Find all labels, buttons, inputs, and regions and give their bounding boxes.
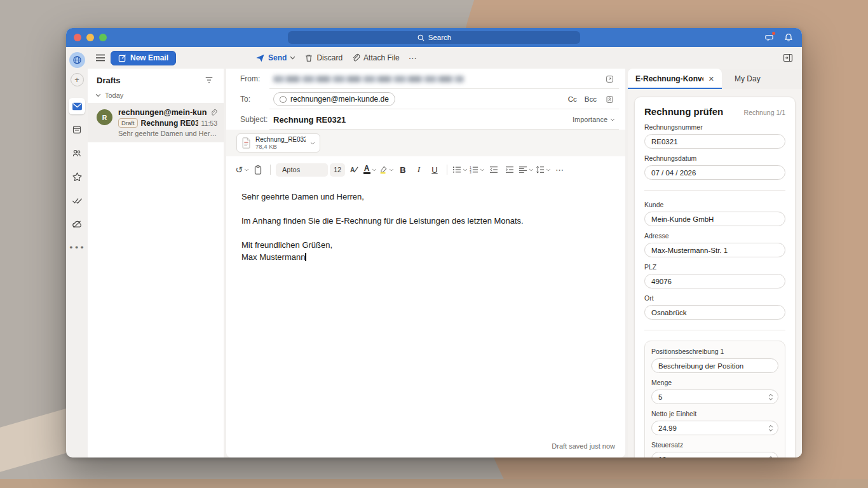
email-body-editor[interactable]: Sehr geehrte Damen und Herren, Im Anhang… xyxy=(226,183,625,458)
subject-value[interactable]: Rechnung RE0321 xyxy=(273,115,346,125)
search-input[interactable]: Search xyxy=(288,31,580,44)
format-painter-icon[interactable]: A xyxy=(347,162,361,177)
send-button[interactable]: Send xyxy=(252,50,299,65)
bcc-button[interactable]: Bcc xyxy=(585,95,597,103)
recipient-chip[interactable]: rechnungen@mein-kunde.de xyxy=(273,92,395,106)
attachment-indicator-icon xyxy=(210,109,217,117)
numbered-list-icon[interactable]: 1 2 3 xyxy=(470,162,485,177)
side-panel-toggle-icon[interactable] xyxy=(780,50,796,65)
sender-avatar: R xyxy=(97,109,112,125)
cloud-icon xyxy=(72,219,83,229)
desktop-bottom-strip xyxy=(0,479,868,488)
trash-icon xyxy=(304,53,313,63)
bold-icon[interactable]: B xyxy=(396,162,410,177)
sidebar-item-tasks[interactable] xyxy=(69,192,85,208)
new-email-button[interactable]: New Email xyxy=(111,51,176,65)
decrease-indent-icon[interactable] xyxy=(487,162,501,177)
text-cursor xyxy=(305,253,306,261)
search-label: Search xyxy=(428,34,451,41)
popout-icon[interactable] xyxy=(604,74,615,85)
cc-button[interactable]: Cc xyxy=(568,95,577,103)
paste-clipboard-icon[interactable] xyxy=(251,162,265,177)
send-label: Send xyxy=(268,53,287,62)
draft-time: 11:53 xyxy=(201,119,218,127)
tab-e-rechnung-konverter[interactable]: E-Rechnung-Konver... ✕ xyxy=(628,69,722,89)
sidebar-item-starred[interactable] xyxy=(69,168,85,185)
font-color-icon[interactable]: A xyxy=(363,162,377,177)
svg-text:A: A xyxy=(349,166,355,173)
draft-preview: Sehr geehrte Damen und Herren, Im A... xyxy=(118,130,217,137)
today-group-header[interactable]: Today xyxy=(88,89,224,103)
feedback-icon[interactable] xyxy=(764,32,775,43)
sidebar-item-cloud[interactable] xyxy=(69,215,85,232)
draft-saved-status: Draft saved just now xyxy=(552,442,615,450)
ort-input[interactable] xyxy=(644,305,785,320)
draft-subject: Rechnung RE0321 xyxy=(141,119,198,128)
filter-icon[interactable] xyxy=(203,75,215,85)
sidebar-item-people[interactable] xyxy=(69,145,85,161)
attachment-band: Rechnung_RE0321.p... 78,4 KB xyxy=(226,130,625,156)
menge-input[interactable] xyxy=(651,390,778,404)
recipient-presence-icon xyxy=(280,96,287,103)
new-email-label: New Email xyxy=(130,53,168,62)
sidebar-item-calendar[interactable] xyxy=(69,121,85,138)
steuersatz-stepper[interactable] xyxy=(651,452,778,458)
account-globe-icon[interactable] xyxy=(69,52,85,68)
notification-dot xyxy=(772,32,775,35)
minimize-window-button[interactable] xyxy=(86,34,94,41)
plz-input[interactable] xyxy=(644,274,785,288)
importance-dropdown[interactable]: Importance xyxy=(573,116,615,123)
importance-label: Importance xyxy=(573,116,607,123)
format-toolbar: ↺ Aptos 12 xyxy=(226,156,625,183)
attach-file-button[interactable]: Attach File xyxy=(348,50,403,65)
hamburger-menu-icon[interactable] xyxy=(93,50,108,65)
toolbar-more-icon[interactable]: ⋯ xyxy=(405,50,421,65)
font-name-select[interactable]: Aptos xyxy=(276,163,328,177)
attachment-chip[interactable]: Rechnung_RE0321.p... 78,4 KB xyxy=(236,133,320,152)
italic-icon[interactable]: I xyxy=(412,162,426,177)
sidebar-item-mail[interactable] xyxy=(69,98,85,114)
body-line: Im Anhang finden Sie die E-Rechnung für … xyxy=(241,215,610,227)
attachment-filesize: 78,4 KB xyxy=(255,143,306,150)
body-line: Mit freundlichen Grüßen, xyxy=(241,239,610,251)
netto-stepper[interactable] xyxy=(651,421,778,435)
highlight-color-icon[interactable] xyxy=(379,162,394,177)
underline-icon[interactable]: U xyxy=(428,162,442,177)
address-book-icon[interactable] xyxy=(604,94,615,105)
close-window-button[interactable] xyxy=(74,34,81,41)
menge-stepper[interactable] xyxy=(651,390,778,404)
chevron-down-icon xyxy=(610,118,615,121)
netto-label: Netto je Einheit xyxy=(651,410,778,417)
search-icon xyxy=(417,34,425,42)
addin-side-panel: E-Rechnung-Konver... ✕ My Day Rechnung p… xyxy=(628,69,802,458)
bullet-list-icon[interactable] xyxy=(452,162,468,177)
line-spacing-icon[interactable] xyxy=(536,162,551,177)
undo-icon[interactable]: ↺ xyxy=(235,162,249,177)
bell-icon[interactable] xyxy=(783,32,794,43)
sidebar-more-icon[interactable]: ••• xyxy=(69,239,85,255)
my-day-tab-label: My Day xyxy=(735,74,761,83)
discard-button[interactable]: Discard xyxy=(301,50,346,65)
positionsbeschreibung-input[interactable] xyxy=(651,358,778,373)
increase-indent-icon[interactable] xyxy=(503,162,517,177)
format-more-icon[interactable]: ⋯ xyxy=(553,162,567,177)
send-options-chevron-icon xyxy=(290,56,295,60)
zoom-window-button[interactable] xyxy=(99,34,107,41)
rechnungsnummer-label: Rechnungsnummer xyxy=(644,123,785,131)
attachment-options-chevron-icon xyxy=(310,142,315,145)
align-icon[interactable] xyxy=(519,162,534,177)
rechnungsnummer-input[interactable] xyxy=(644,134,785,149)
steuersatz-input[interactable] xyxy=(651,452,778,458)
adresse-input[interactable] xyxy=(644,243,785,257)
rechnungsdatum-input[interactable] xyxy=(644,165,785,180)
netto-input[interactable] xyxy=(651,421,778,435)
draft-list-item[interactable]: R rechnungen@mein-kunde.de Draft Rechnun… xyxy=(88,103,224,142)
add-account-icon[interactable]: + xyxy=(71,73,84,86)
close-icon[interactable]: ✕ xyxy=(709,75,714,83)
font-size-select[interactable]: 12 xyxy=(330,163,345,177)
kunde-input[interactable] xyxy=(644,212,785,226)
draft-badge: Draft xyxy=(118,118,138,128)
menge-label: Menge xyxy=(651,379,778,386)
tab-my-day[interactable]: My Day xyxy=(722,69,773,89)
section-divider xyxy=(644,190,785,191)
